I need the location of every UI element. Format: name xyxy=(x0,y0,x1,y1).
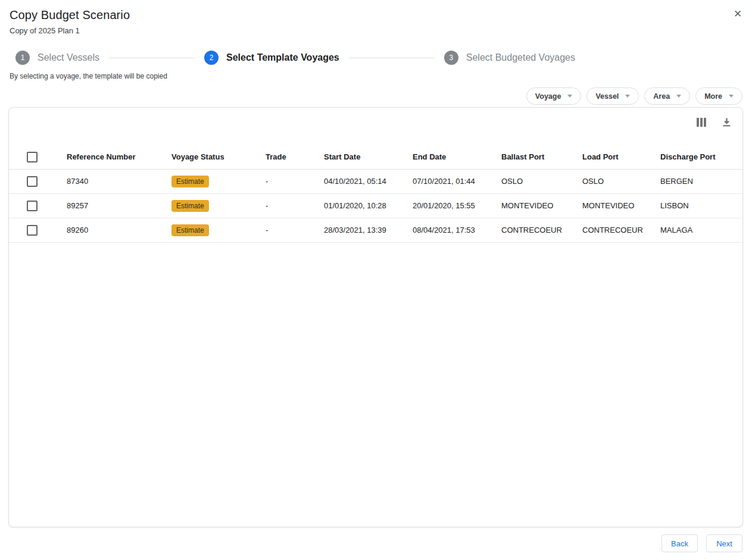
step-label: Select Template Voyages xyxy=(226,52,339,63)
step-number-badge: 2 xyxy=(204,51,219,65)
voyage-status-badge: Estimate xyxy=(171,176,209,187)
cell-ballast-port: MONTEVIDEO xyxy=(501,193,582,218)
column-settings-button[interactable] xyxy=(697,118,706,127)
column-header-end-date: End Date xyxy=(413,145,501,169)
row-checkbox[interactable] xyxy=(27,176,38,187)
cell-trade: - xyxy=(266,193,324,218)
row-checkbox[interactable] xyxy=(27,225,38,236)
filter-chip-label: More xyxy=(704,92,722,101)
table-row[interactable]: 89260 Estimate - 28/03/2021, 13:39 08/04… xyxy=(9,218,742,242)
cell-load-port: CONTRECOEUR xyxy=(582,218,660,242)
cell-end-date: 08/04/2021, 17:53 xyxy=(413,218,501,242)
chevron-down-icon xyxy=(676,95,681,98)
download-button[interactable] xyxy=(722,117,732,127)
close-icon[interactable]: ✕ xyxy=(731,7,745,21)
dialog-subtitle: Copy of 2025 Plan 1 xyxy=(10,26,742,35)
table-row[interactable]: 87340 Estimate - 04/10/2021, 05:14 07/10… xyxy=(9,169,742,193)
step-select-template-voyages[interactable]: 2 Select Template Voyages xyxy=(204,51,339,65)
cell-ballast-port: CONTRECOEUR xyxy=(501,218,582,242)
columns-icon xyxy=(697,118,706,127)
column-header-voyage-status: Voyage Status xyxy=(171,145,266,169)
filter-chip-area[interactable]: Area xyxy=(644,87,690,105)
filter-chip-label: Voyage xyxy=(535,92,561,101)
step-number-badge: 1 xyxy=(15,51,30,65)
dialog-footer: Back Next xyxy=(661,534,742,552)
cell-discharge-port: BERGEN xyxy=(660,169,742,193)
table-toolbar xyxy=(697,117,732,127)
cell-reference-number: 87340 xyxy=(67,169,171,193)
cell-reference-number: 89260 xyxy=(67,218,171,242)
filter-chip-vessel[interactable]: Vessel xyxy=(586,87,639,105)
filter-chip-more[interactable]: More xyxy=(695,87,742,105)
cell-discharge-port: MALAGA xyxy=(660,218,742,242)
cell-reference-number: 89257 xyxy=(67,193,171,218)
column-header-trade: Trade xyxy=(266,145,324,169)
chevron-down-icon xyxy=(625,95,630,98)
cell-load-port: MONTEVIDEO xyxy=(582,193,660,218)
wizard-stepper: 1 Select Vessels 2 Select Template Voyag… xyxy=(15,51,575,65)
column-header-reference-number: Reference Number xyxy=(67,145,171,169)
stepper-hint-text: By selecting a voyage, the template will… xyxy=(10,72,752,80)
table-row[interactable]: 89257 Estimate - 01/01/2020, 10:28 20/01… xyxy=(9,193,742,218)
step-label: Select Vessels xyxy=(38,52,99,63)
chevron-down-icon xyxy=(567,95,572,98)
cell-discharge-port: LISBON xyxy=(660,193,742,218)
column-header-start-date: Start Date xyxy=(324,145,413,169)
step-label: Select Budgeted Voyages xyxy=(466,52,575,63)
dialog-header: Copy Budget Scenario Copy of 2025 Plan 1… xyxy=(0,0,752,35)
row-checkbox[interactable] xyxy=(27,201,38,211)
column-header-discharge-port: Discharge Port xyxy=(660,145,742,169)
filter-bar: Voyage Vessel Area More xyxy=(0,87,742,105)
filter-chip-label: Area xyxy=(653,92,670,101)
cell-trade: - xyxy=(266,218,324,242)
voyages-table: Reference Number Voyage Status Trade Sta… xyxy=(9,145,742,243)
step-connector xyxy=(349,58,435,58)
cell-end-date: 20/01/2020, 15:55 xyxy=(413,193,501,218)
step-select-budgeted-voyages[interactable]: 3 Select Budgeted Voyages xyxy=(444,51,575,65)
cell-load-port: OSLO xyxy=(582,169,660,193)
cell-ballast-port: OSLO xyxy=(501,169,582,193)
voyage-status-badge: Estimate xyxy=(171,200,209,212)
cell-start-date: 04/10/2021, 05:14 xyxy=(324,169,413,193)
voyage-status-badge: Estimate xyxy=(171,224,209,236)
cell-trade: - xyxy=(266,169,324,193)
select-all-checkbox[interactable] xyxy=(27,152,38,162)
table-header-row: Reference Number Voyage Status Trade Sta… xyxy=(9,145,742,169)
cell-end-date: 07/10/2021, 01:44 xyxy=(413,169,501,193)
filter-chip-voyage[interactable]: Voyage xyxy=(526,87,582,105)
column-header-load-port: Load Port xyxy=(582,145,660,169)
step-number-badge: 3 xyxy=(444,51,458,65)
filter-chip-label: Vessel xyxy=(595,92,619,101)
cell-start-date: 01/01/2020, 10:28 xyxy=(324,193,413,218)
cell-start-date: 28/03/2021, 13:39 xyxy=(324,218,413,242)
download-icon xyxy=(722,117,732,127)
column-header-ballast-port: Ballast Port xyxy=(501,145,582,169)
next-button[interactable]: Next xyxy=(706,534,742,552)
step-connector xyxy=(109,58,195,58)
page-title: Copy Budget Scenario xyxy=(10,8,742,22)
back-button[interactable]: Back xyxy=(661,534,698,552)
voyages-table-card: Reference Number Voyage Status Trade Sta… xyxy=(8,107,743,527)
step-select-vessels[interactable]: 1 Select Vessels xyxy=(15,51,99,65)
chevron-down-icon xyxy=(729,95,734,98)
